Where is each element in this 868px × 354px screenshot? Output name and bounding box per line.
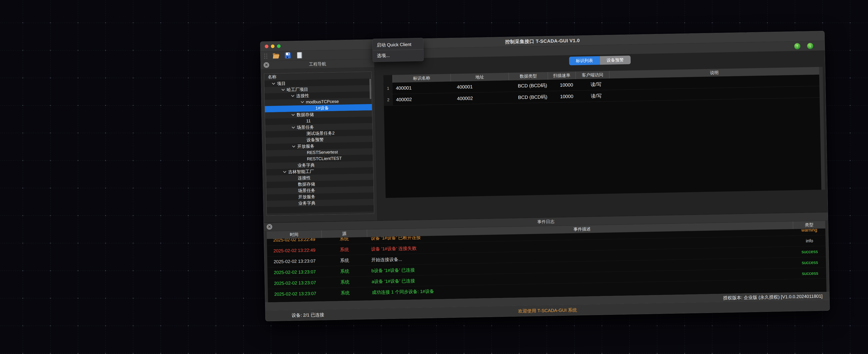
arrow-down-icon: ↓ <box>809 43 811 48</box>
project-tree: 名称 项目 哈工厂项目 连接性 modbusTCPcese 1#设备 数据存储 … <box>264 72 374 216</box>
cell-name: 400001 <box>393 81 454 94</box>
col-header-scanrate[interactable]: 扫描速率 <box>548 72 576 80</box>
log-type: success <box>794 257 826 268</box>
cell-address: 400001 <box>454 80 515 93</box>
tree-item-label: 吉林智能工厂 <box>288 169 314 175</box>
chevron-down-icon[interactable] <box>290 145 297 148</box>
arrow-up-icon: ↑ <box>796 44 798 48</box>
device-tool-button[interactable] <box>296 51 304 59</box>
save-project-button[interactable] <box>284 52 292 60</box>
row-number: 2 <box>384 94 393 106</box>
event-log-title: 事件日志 <box>537 219 555 225</box>
chevron-down-icon[interactable] <box>281 171 288 173</box>
event-log-panel: ✕ 事件日志 时间 源 事件描述 类型 2025-02-02 13:22:49 … <box>264 212 829 303</box>
chevron-down-icon[interactable] <box>270 83 277 85</box>
tree-item-label: 11 <box>306 118 311 123</box>
log-source: 系统 <box>322 244 367 255</box>
tag-table: 标识名称 地址 数据类型 扫描速率 客户端访问 说明 1 400001 4000… <box>383 67 825 198</box>
tree-item-label: 业务字典 <box>298 200 315 206</box>
menu-item-start-quick-client[interactable]: 启动 Quick Client <box>373 39 423 50</box>
log-type: success <box>794 268 826 279</box>
tree-item-label: 场景任务 <box>298 188 315 194</box>
chevron-down-icon[interactable] <box>289 127 297 129</box>
zoom-window-button[interactable] <box>277 44 281 48</box>
log-time: 2025-02-02 13:23:07 <box>268 267 322 278</box>
app-window: 控制采集接口 T-SCADA-GUI V1.0 <box>260 31 830 321</box>
tree-item-label: 测试场景任务2 <box>306 130 335 137</box>
tree-item-label: 1#设备 <box>315 105 329 111</box>
tree-item-label: 连接性 <box>296 93 309 99</box>
event-log-table: 时间 源 事件描述 类型 2025-02-02 13:22:49 系统 设备 '… <box>267 221 827 303</box>
cell-access: 读/写 <box>587 90 624 102</box>
event-log-rows: 2025-02-02 13:22:49 系统 设备 '1#设备' 已断开连接 w… <box>267 228 827 303</box>
log-type: warning <box>793 228 826 236</box>
export-button[interactable]: ↓ <box>807 43 813 49</box>
log-type <box>794 279 827 290</box>
col-header-time[interactable]: 时间 <box>267 230 322 239</box>
cell-name: 400002 <box>393 93 454 105</box>
tree-item-label: 连接性 <box>298 175 311 181</box>
tree-item-label: 哈工厂项目 <box>287 86 308 93</box>
log-time: 2025-02-02 13:22:49 <box>267 245 322 256</box>
tab-tag-list[interactable]: 标识列表 <box>569 56 600 66</box>
save-icon <box>285 52 291 59</box>
chevron-down-icon[interactable] <box>289 114 297 116</box>
tree-item-label: 场景任务 <box>297 125 314 131</box>
log-time: 2025-02-02 13:23:07 <box>268 288 323 300</box>
log-source: 系统 <box>322 287 368 299</box>
chevron-down-icon[interactable] <box>289 95 296 97</box>
toolbar-drag-handle[interactable] <box>264 54 267 59</box>
col-header-access[interactable]: 客户端访问 <box>576 71 610 79</box>
close-panel-icon[interactable]: ✕ <box>264 62 269 68</box>
tree-item-label: 开放服务 <box>297 143 314 149</box>
log-type: success <box>794 246 826 257</box>
tree-item-label: 数据存储 <box>298 181 315 187</box>
col-header-name[interactable]: 标识名称 <box>393 74 451 83</box>
cell-datatype: BCD (BCD码) <box>515 79 557 92</box>
device-icon <box>297 52 303 59</box>
tree-item-label: 设备预警 <box>307 137 324 143</box>
window-title: 控制采集接口 T-SCADA-GUI V1.0 <box>505 37 580 45</box>
col-header-type[interactable]: 类型 <box>793 221 825 229</box>
tag-table-body: 1 400001 400001 BCD (BCD码) 10000 读/写 2 4… <box>383 74 822 198</box>
traffic-lights <box>265 44 281 48</box>
close-window-button[interactable] <box>265 44 268 48</box>
cell-scanrate: 10000 <box>557 91 588 103</box>
tree-item-label: 业务字典 <box>298 162 315 169</box>
log-type: info <box>794 235 826 247</box>
cell-datatype: BCD (BCD码) <box>515 91 557 103</box>
cell-address: 400002 <box>454 92 515 104</box>
close-panel-icon[interactable]: ✕ <box>267 224 272 229</box>
minimize-window-button[interactable] <box>271 44 274 48</box>
cell-access: 读/写 <box>587 78 624 90</box>
row-number: 1 <box>383 83 393 94</box>
tree-item-label: modbusTCPcese <box>306 99 339 105</box>
col-header-datatype[interactable]: 数据类型 <box>508 72 548 80</box>
license-text: 授权版本: 企业版 (永久授权) [V1.0.0.2024011801] <box>723 293 823 301</box>
log-source: 系统 <box>322 266 368 277</box>
main-area: ✕ 工程导航 名称 项目 哈工厂项目 连接性 modbusTCPcese 1#设… <box>261 50 828 223</box>
chevron-down-icon[interactable] <box>279 89 287 91</box>
tree-item-label: 项目 <box>277 81 285 87</box>
col-header-address[interactable]: 地址 <box>451 73 509 81</box>
tag-panel-tabs: 标识列表 设备预警 <box>569 56 631 65</box>
cell-scanrate: 10000 <box>557 79 587 91</box>
chevron-down-icon[interactable] <box>299 101 306 103</box>
tree-item-label: RESTCLientTEST <box>307 156 342 162</box>
project-nav-panel: ✕ 工程导航 名称 项目 哈工厂项目 连接性 modbusTCPcese 1#设… <box>261 59 378 222</box>
tab-device-alarm[interactable]: 设备预警 <box>600 56 631 65</box>
open-project-button[interactable] <box>272 52 280 60</box>
open-folder-icon <box>273 52 280 59</box>
tag-panel: 标识列表 设备预警 标识名称 地址 数据类型 扫描速率 客户端访问 说明 <box>375 50 828 220</box>
col-header-source[interactable]: 源 <box>321 229 367 238</box>
project-nav-title: 工程导航 <box>309 61 326 67</box>
log-source: 系统 <box>322 276 368 288</box>
log-time: 2025-02-02 13:23:07 <box>267 255 322 267</box>
tree-item-label: 数据存储 <box>297 112 314 118</box>
log-time: 2025-02-02 13:23:07 <box>268 277 322 289</box>
tree-item-label: 开放服务 <box>298 194 315 200</box>
tree-item-label: RESTServertest <box>307 150 338 155</box>
menu-item-options[interactable]: 选项... <box>373 50 424 60</box>
import-button[interactable]: ↑ <box>794 43 801 49</box>
dropdown-menu: 启动 Quick Client 选项... <box>372 38 424 62</box>
